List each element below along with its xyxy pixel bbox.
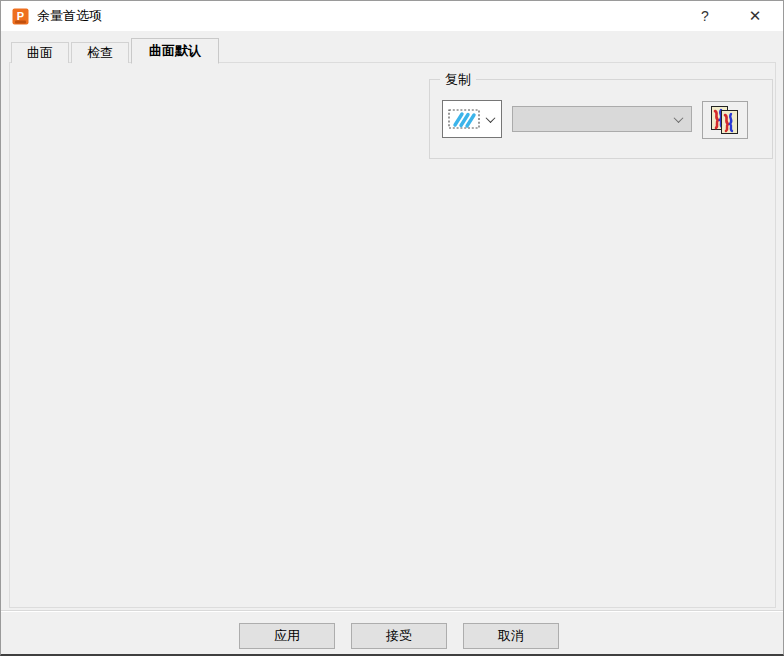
dialog-title: 余量首选项 bbox=[37, 7, 102, 25]
thickness-preferences-dialog: P 余量首选项 ? ✕ 曲面 检查 曲面默认 复制 bbox=[0, 0, 784, 656]
help-button[interactable]: ? bbox=[687, 1, 723, 31]
chevron-down-icon bbox=[486, 113, 496, 123]
svg-text:P: P bbox=[17, 9, 24, 21]
copy-icon bbox=[709, 104, 741, 136]
copy-group-label: 复制 bbox=[440, 71, 476, 89]
tab-surface-defaults[interactable]: 曲面默认 bbox=[131, 38, 219, 64]
copy-target-dropdown[interactable] bbox=[512, 106, 692, 132]
title-bar: P 余量首选项 ? ✕ bbox=[1, 1, 783, 31]
chevron-down-icon bbox=[674, 113, 684, 123]
footer-separator bbox=[1, 610, 784, 612]
close-button[interactable]: ✕ bbox=[737, 1, 773, 31]
tab-check[interactable]: 检查 bbox=[71, 42, 129, 63]
apply-button[interactable]: 应用 bbox=[239, 623, 335, 649]
tab-bar: 曲面 检查 曲面默认 bbox=[11, 37, 221, 63]
copy-button[interactable] bbox=[702, 101, 748, 139]
tab-surface[interactable]: 曲面 bbox=[11, 42, 69, 63]
copy-source-dropdown[interactable] bbox=[442, 100, 502, 138]
accept-button[interactable]: 接受 bbox=[351, 623, 447, 649]
copy-group: 复制 bbox=[429, 79, 773, 159]
app-icon: P bbox=[12, 8, 29, 25]
surface-selection-stripes-icon bbox=[447, 108, 481, 130]
cancel-button[interactable]: 取消 bbox=[463, 623, 559, 649]
